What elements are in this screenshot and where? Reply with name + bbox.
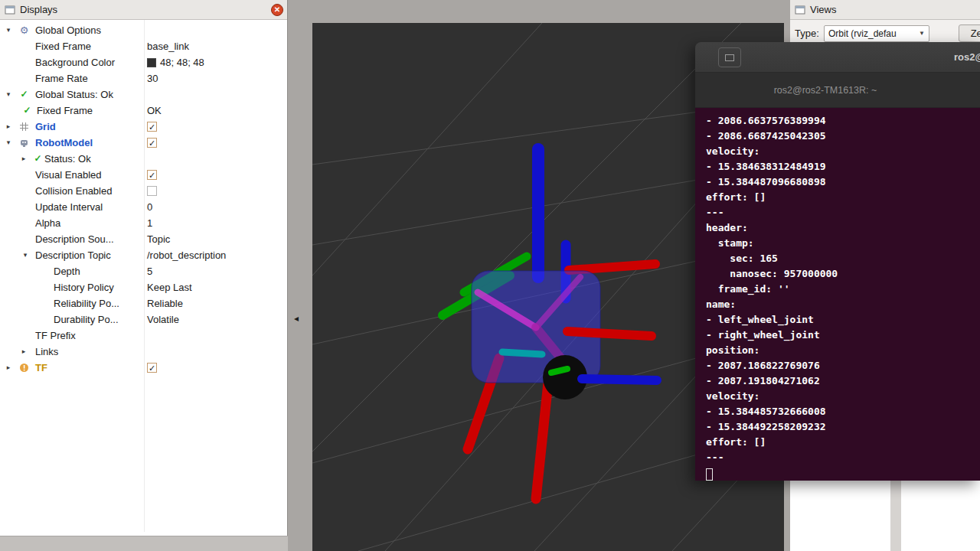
robot-icon	[18, 137, 30, 148]
zero-button[interactable]: Zero	[959, 24, 980, 42]
axis-cylinder-blue	[582, 379, 657, 380]
view-type-row: Type: Orbit (rviz_defau ▼ Zero	[790, 22, 980, 44]
tree-label: TF	[35, 360, 47, 376]
tree-value[interactable]: ✓	[147, 167, 157, 183]
terminal-line: - 15.384485732666008	[706, 404, 980, 419]
terminal-line: - 15.384638312484919	[706, 159, 980, 174]
displays-titlebar: Displays ✕	[0, 0, 287, 20]
check-icon: ✓	[18, 89, 30, 100]
tree-label: Fixed Frame	[37, 103, 93, 119]
collapse-arrow-icon[interactable]: ▾	[3, 22, 14, 38]
tree-value[interactable]: ✓	[147, 119, 157, 135]
expand-arrow-icon[interactable]: ▸	[3, 360, 14, 376]
new-tab-button[interactable]	[718, 47, 741, 67]
tree-label: Background Color	[35, 54, 115, 70]
terminal-line: - 15.384487096680898	[706, 174, 980, 190]
terminal-line: sec: 165	[706, 251, 980, 266]
gear-icon: ⚙	[18, 24, 30, 36]
terminal-line: frame_id: ''	[706, 282, 980, 297]
views-panel-title: Views	[810, 4, 836, 15]
tree-label: Reliability Po...	[54, 295, 119, 311]
tree-label: Update Interval	[35, 199, 103, 215]
checkbox-unchecked[interactable]	[147, 186, 157, 196]
tree-value: Topic	[147, 231, 170, 247]
tree-value: base_link	[147, 38, 189, 54]
tree-label: Links	[35, 344, 58, 360]
close-panel-button[interactable]: ✕	[271, 4, 283, 16]
tree-label: Depth	[54, 263, 80, 279]
terminal-line: - 2086.6637576389994	[706, 113, 980, 129]
type-label: Type:	[795, 28, 819, 39]
tree-value[interactable]: ✓	[147, 135, 157, 151]
tree-value: /robot_description	[147, 247, 226, 263]
terminal-line: velocity:	[706, 389, 980, 404]
collapse-arrow-icon[interactable]: ▾	[3, 135, 14, 151]
check-icon: ✓	[21, 105, 33, 116]
tree-value: 30	[147, 70, 158, 86]
terminal-line: ---	[706, 205, 980, 220]
axis-cylinder-cyan	[502, 352, 542, 354]
tree-value[interactable]	[147, 183, 157, 199]
terminal-line: name:	[706, 297, 980, 312]
color-swatch	[147, 58, 156, 67]
tree-label: Description Topic	[35, 247, 111, 263]
view-type-value: Orbit (rviz_defau	[828, 28, 897, 39]
terminal-title: ros2@	[954, 42, 980, 73]
terminal-line: - 2086.6687425042305	[706, 129, 980, 144]
tree-label: RobotModel	[35, 135, 93, 151]
terminal-line: effort: []	[706, 435, 980, 450]
axis-cylinder-red	[567, 331, 652, 336]
expand-arrow-icon[interactable]: ▸	[18, 344, 29, 360]
terminal-tabbar: ros2@ros2-TM1613R: ~	[695, 73, 980, 108]
collapse-arrow-icon[interactable]: ▾	[20, 247, 31, 263]
terminal-line: - 2087.186822769076	[706, 358, 980, 373]
terminal-line: - left_wheel_joint	[706, 312, 980, 328]
terminal-output[interactable]: - 2086.6637576389994- 2086.6687425042305…	[695, 108, 980, 481]
expand-arrow-icon[interactable]: ▸	[3, 119, 14, 135]
axis-cylinder-red	[569, 264, 655, 270]
checkbox-checked[interactable]: ✓	[147, 122, 157, 132]
tree-label: Status: Ok	[44, 151, 91, 167]
view-type-dropdown[interactable]: Orbit (rviz_defau ▼	[824, 25, 929, 42]
tree-label: Fixed Frame	[35, 38, 91, 54]
terminal-line: - 15.384492258209232	[706, 419, 980, 435]
terminal-cursor	[706, 468, 713, 481]
tree-value: Volatile	[147, 311, 179, 328]
splitter-collapse-icon[interactable]: ◂	[294, 313, 299, 324]
tree-value: Reliable	[147, 295, 183, 311]
robot-model	[443, 149, 657, 499]
tree-value: OK	[147, 103, 162, 119]
displays-panel: Displays ✕ ▾⚙Global OptionsFixed Frameba…	[0, 0, 288, 536]
displays-panel-title: Displays	[20, 4, 57, 15]
tree-label: Durability Po...	[54, 311, 119, 328]
column-separator[interactable]	[144, 20, 145, 532]
collapse-arrow-icon[interactable]: ▾	[3, 86, 14, 103]
tree-value: 1	[147, 215, 152, 231]
checkbox-checked[interactable]: ✓	[147, 170, 157, 180]
tree-label: Alpha	[35, 215, 60, 231]
checkbox-checked[interactable]: ✓	[147, 363, 157, 373]
grid-icon	[18, 121, 30, 132]
tree-value[interactable]: ✓	[147, 360, 157, 376]
terminal-titlebar[interactable]: ros2@	[695, 42, 980, 73]
terminal-line: ---	[706, 450, 980, 465]
tree-label: Frame Rate	[35, 70, 88, 86]
chevron-down-icon: ▼	[916, 26, 927, 41]
tree-label: Collision Enabled	[35, 183, 112, 199]
terminal-tab[interactable]: ros2@ros2-TM1613R: ~	[710, 73, 940, 108]
tree-label: Description Sou...	[35, 231, 114, 247]
tree-label: Grid	[35, 119, 56, 135]
tree-label: Visual Enabled	[35, 167, 102, 183]
tree-value: 5	[147, 263, 152, 279]
terminal-line: nanosec: 957000000	[706, 266, 980, 282]
tree-value: 0	[147, 199, 152, 215]
terminal-line: - 2087.191804271062	[706, 373, 980, 389]
bottom-splitter[interactable]	[0, 536, 288, 551]
axis-cylinder-green	[551, 369, 567, 373]
tree-value: Keep Last	[147, 279, 192, 295]
checkbox-checked[interactable]: ✓	[147, 138, 157, 148]
views-titlebar: Views	[790, 0, 980, 20]
expand-arrow-icon[interactable]: ▸	[18, 151, 29, 167]
tree-label: Global Status: Ok	[35, 86, 113, 103]
window-icon	[725, 54, 734, 61]
